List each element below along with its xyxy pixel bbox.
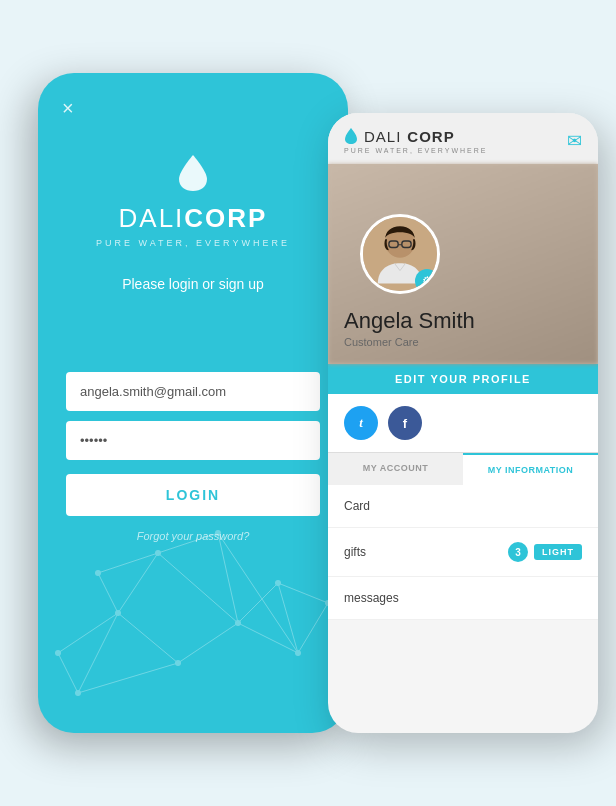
tab-my-information[interactable]: MY INFORMATION (463, 453, 598, 485)
login-prompt: Please login or sign up (66, 276, 320, 292)
svg-line-3 (238, 623, 298, 653)
svg-line-15 (238, 583, 278, 623)
facebook-button[interactable]: f (388, 406, 422, 440)
mini-water-drop-icon (344, 127, 358, 145)
menu-item-card[interactable]: Card (328, 485, 598, 528)
svg-point-26 (75, 690, 81, 696)
edit-profile-button[interactable]: EDiT YOUR PROFILE (328, 364, 598, 394)
email-icon[interactable]: ✉ (567, 130, 582, 152)
scene: × DALI CORP PURE WATER, EVERYWHERE Pleas… (18, 33, 598, 773)
svg-line-0 (58, 613, 118, 653)
profile-role: Customer Care (344, 336, 582, 348)
svg-point-27 (95, 570, 101, 576)
svg-point-20 (175, 660, 181, 666)
svg-line-6 (158, 553, 238, 623)
profile-brand: DALI CORP PURE WATER, EVERYWHERE (344, 127, 487, 154)
brand-tagline: PURE WATER, EVERYWHERE (96, 238, 290, 248)
menu-list: Card gifts 3 LIGHT messages (328, 485, 598, 620)
svg-line-11 (58, 653, 78, 693)
avatar-section: ⚙ Angela Smith Customer Care (328, 164, 598, 364)
brand-dali: DALI (119, 203, 185, 234)
tabs-row: MY ACCOUNT MY INFORMATION (328, 452, 598, 485)
network-pattern (38, 453, 348, 733)
facebook-icon: f (403, 416, 407, 431)
svg-line-16 (278, 583, 328, 603)
email-input[interactable] (66, 372, 320, 411)
profile-tagline: PURE WATER, EVERYWHERE (344, 147, 487, 154)
svg-line-4 (298, 603, 328, 653)
svg-line-7 (158, 533, 218, 553)
tab-my-account[interactable]: MY ACCOUNT (328, 453, 463, 485)
svg-point-28 (275, 580, 281, 586)
svg-line-2 (178, 623, 238, 663)
profile-name: Angela Smith (344, 308, 582, 334)
twitter-icon: t (359, 415, 363, 431)
menu-item-card-label: Card (344, 499, 370, 513)
svg-line-17 (278, 583, 298, 653)
svg-point-18 (55, 650, 61, 656)
brand-corp: CORP (184, 203, 267, 234)
twitter-button[interactable]: t (344, 406, 378, 440)
svg-line-1 (118, 613, 178, 663)
svg-point-24 (155, 550, 161, 556)
gifts-badge: 3 (508, 542, 528, 562)
brand-logo: DALI CORP (119, 203, 268, 234)
gear-badge[interactable]: ⚙ (415, 269, 439, 293)
svg-line-14 (98, 553, 158, 573)
menu-item-gifts-label: gifts (344, 545, 366, 559)
svg-point-21 (235, 620, 241, 626)
profile-header: DALI CORP PURE WATER, EVERYWHERE ✉ (328, 113, 598, 164)
svg-point-25 (215, 530, 221, 536)
water-drop-icon (177, 153, 209, 193)
svg-line-10 (78, 663, 178, 693)
login-phone: × DALI CORP PURE WATER, EVERYWHERE Pleas… (38, 73, 348, 733)
profile-phone: DALI CORP PURE WATER, EVERYWHERE ✉ (328, 113, 598, 733)
close-icon[interactable]: × (62, 97, 74, 120)
svg-line-12 (218, 533, 238, 623)
svg-line-8 (218, 533, 298, 653)
svg-line-5 (118, 553, 158, 613)
menu-item-messages-label: messages (344, 591, 399, 605)
avatar: ⚙ (360, 214, 440, 294)
profile-brand-corp: CORP (407, 128, 454, 145)
menu-item-messages[interactable]: messages (328, 577, 598, 620)
social-row: t f (328, 394, 598, 452)
svg-line-13 (98, 573, 118, 613)
menu-item-gifts[interactable]: gifts 3 LIGHT (328, 528, 598, 577)
gear-icon: ⚙ (422, 274, 433, 288)
svg-point-22 (295, 650, 301, 656)
logo-area: DALI CORP PURE WATER, EVERYWHERE (66, 153, 320, 248)
svg-line-9 (78, 613, 118, 693)
svg-point-19 (115, 610, 121, 616)
profile-brand-dali: DALI (364, 128, 401, 145)
light-badge: LIGHT (534, 544, 582, 560)
